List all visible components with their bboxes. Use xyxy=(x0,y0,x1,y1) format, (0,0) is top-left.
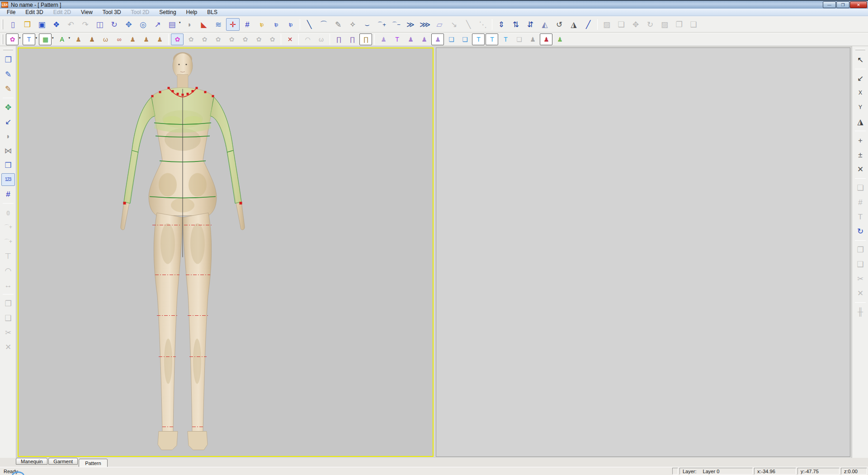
garment-select-icon[interactable]: T xyxy=(23,33,35,45)
minimize-button[interactable]: — xyxy=(823,1,836,8)
menu-setting[interactable]: Setting xyxy=(154,9,181,15)
roll-copy-icon[interactable]: ❒ xyxy=(1,159,15,171)
menu-file[interactable]: File xyxy=(2,9,20,15)
mannequin-gray-icon[interactable]: ♟ xyxy=(526,33,539,45)
top-mannequin-icon[interactable]: ♟ xyxy=(377,33,390,45)
save-project-icon[interactable]: ❖ xyxy=(49,18,63,31)
grid-tool-icon[interactable]: # xyxy=(241,18,254,31)
remove-curve-point-icon[interactable]: ⌒− xyxy=(389,18,403,31)
drag-image-icon[interactable]: ✥ xyxy=(1,101,15,114)
split-view-icon[interactable]: ◫ xyxy=(93,18,106,31)
view-notes-dropdown[interactable]: ▾ xyxy=(179,21,181,24)
cone-tool-icon[interactable]: ◣ xyxy=(197,18,211,31)
restore-button[interactable]: ❐ xyxy=(836,1,849,8)
mannequin-doll-2-icon[interactable]: ♟ xyxy=(140,33,152,45)
tee-purple-icon[interactable]: T xyxy=(391,33,403,45)
save-icon[interactable]: ▣ xyxy=(35,18,48,31)
blouse-1-icon[interactable]: ♟ xyxy=(404,33,417,45)
mannequin-doll-3-icon[interactable]: ♟ xyxy=(153,33,166,45)
mannequin-corset-icon[interactable]: ♟ xyxy=(72,33,85,45)
arrow-tool-icon[interactable]: ↙ xyxy=(1,115,15,128)
avatar-align-dropdown[interactable]: ▾ xyxy=(69,36,71,40)
viewport-2d[interactable] xyxy=(436,48,850,457)
interval-even-icon[interactable]: ⇕ xyxy=(495,18,508,31)
scene-texture-icon[interactable]: ✿ xyxy=(6,33,19,45)
scene-texture-dropdown[interactable]: ▾ xyxy=(19,36,21,40)
view-notes-icon[interactable]: ▤ xyxy=(165,18,179,31)
add-remove-point-icon[interactable]: ± xyxy=(854,148,867,161)
angle-rotate-icon[interactable]: ◮ xyxy=(567,18,580,31)
ribbon-tool-icon[interactable]: ≋ xyxy=(212,18,225,31)
curve-tool-icon[interactable]: ⌒ xyxy=(317,18,330,31)
arc-tool-icon[interactable]: ⌣ xyxy=(360,18,374,31)
piece-dotted-1-icon[interactable]: ❏ xyxy=(445,33,458,45)
mannequin-bodice-icon[interactable]: ♟ xyxy=(85,33,98,45)
pen-blue-icon[interactable]: ✎ xyxy=(1,68,15,81)
add-curve-point-icon[interactable]: ⌒+ xyxy=(375,18,388,31)
mannequin-brief-icon[interactable]: ∞ xyxy=(113,33,125,45)
garment-select-dropdown[interactable]: ▾ xyxy=(36,36,38,40)
tab-manequin[interactable]: Manequin xyxy=(16,458,47,465)
pants-fit-icon[interactable]: ∏ xyxy=(359,33,372,45)
pattern-rotate-icon[interactable]: ↺ xyxy=(552,18,566,31)
texture-image-icon[interactable]: ✿ xyxy=(171,33,184,45)
split-curve-icon[interactable]: ≫ xyxy=(404,18,417,31)
blouse-2-icon[interactable]: ♟ xyxy=(418,33,430,45)
piece-dotted-2-icon[interactable]: ❏ xyxy=(458,33,471,45)
zoom-view-icon[interactable]: ◎ xyxy=(136,18,150,31)
texture-delete-icon[interactable]: ✕ xyxy=(283,33,296,45)
tp-save-as-icon[interactable]: tp xyxy=(284,18,297,31)
menu-bls[interactable]: BLS xyxy=(202,9,222,15)
arrow-diagonal-icon[interactable]: ↙ xyxy=(854,72,867,85)
open-file-icon[interactable]: ❒ xyxy=(20,18,34,31)
rotate-texture-icon[interactable]: ↻ xyxy=(854,225,867,238)
grid-layout-icon[interactable]: # xyxy=(1,188,15,200)
dart-points-icon[interactable]: ◮ xyxy=(854,115,867,128)
x-axis-move-icon[interactable]: X xyxy=(854,86,867,99)
rotate-view-icon[interactable]: ↻ xyxy=(107,18,121,31)
pan-view-icon[interactable]: ✥ xyxy=(122,18,135,31)
tab-garment[interactable]: Garment xyxy=(48,458,78,465)
menu-edit-3d[interactable]: Edit 3D xyxy=(20,9,48,15)
pencil-tool-icon[interactable]: ✎ xyxy=(331,18,345,31)
interval-dotted-icon[interactable]: ⇅ xyxy=(509,18,523,31)
tp-save-icon[interactable]: tp xyxy=(269,18,283,31)
new-document-icon[interactable]: ▯ xyxy=(6,18,19,31)
measure-123-icon[interactable]: 123 xyxy=(1,173,15,186)
mannequin-green-icon[interactable]: ♟ xyxy=(553,33,566,45)
shirt-blue-2-icon[interactable]: T xyxy=(486,33,498,45)
interval-double-icon[interactable]: ⇵ xyxy=(524,18,537,31)
viewport-3d[interactable] xyxy=(18,48,434,457)
add-point-icon[interactable]: + xyxy=(854,134,867,147)
merge-curve-icon[interactable]: ⋙ xyxy=(418,18,432,31)
close-button[interactable]: ✕ xyxy=(850,1,867,8)
mannequin-figure[interactable] xyxy=(19,48,433,456)
tp-open-icon[interactable]: tp xyxy=(255,18,269,31)
move-point-tool-icon[interactable]: ✛ xyxy=(226,18,240,31)
shirt-outline-icon[interactable]: T xyxy=(499,33,512,45)
pants-front-icon[interactable]: ∏ xyxy=(332,33,345,45)
select-arrow-icon[interactable]: ↖ xyxy=(854,53,867,66)
fabric-swatch-dropdown[interactable]: ▾ xyxy=(52,36,54,40)
mannequin-doll-1-icon[interactable]: ♟ xyxy=(126,33,139,45)
avatar-align-icon[interactable]: A xyxy=(56,33,68,45)
eraser-tool-icon[interactable]: ▱ xyxy=(433,18,446,31)
y-axis-move-icon[interactable]: Y xyxy=(854,101,867,114)
fabric-swatch-icon[interactable]: ▦ xyxy=(39,33,52,45)
blouse-3-icon[interactable]: ♟ xyxy=(431,33,444,45)
pants-back-icon[interactable]: ∏ xyxy=(346,33,359,45)
flip-page-icon[interactable]: ❐ xyxy=(1,53,15,66)
roll-tool-icon[interactable]: ◗ xyxy=(1,130,15,142)
pen-brown-icon[interactable]: ✎ xyxy=(1,82,15,95)
mannequin-bra-icon[interactable]: ω xyxy=(99,33,112,45)
mannequin-framed-icon[interactable]: ♟ xyxy=(540,33,552,45)
menu-help[interactable]: Help xyxy=(181,9,203,15)
mirror-tool-icon[interactable]: ⋈ xyxy=(1,144,15,157)
tab-pattern[interactable]: Pattern xyxy=(79,459,107,467)
delete-cross-icon[interactable]: ✕ xyxy=(854,163,867,176)
menu-view[interactable]: View xyxy=(76,9,98,15)
screen-capture-icon[interactable]: ↗ xyxy=(151,18,164,31)
point-tool-icon[interactable]: ✧ xyxy=(346,18,359,31)
line-tool-icon[interactable]: ╲ xyxy=(302,18,316,31)
shirt-blue-1-icon[interactable]: T xyxy=(472,33,485,45)
